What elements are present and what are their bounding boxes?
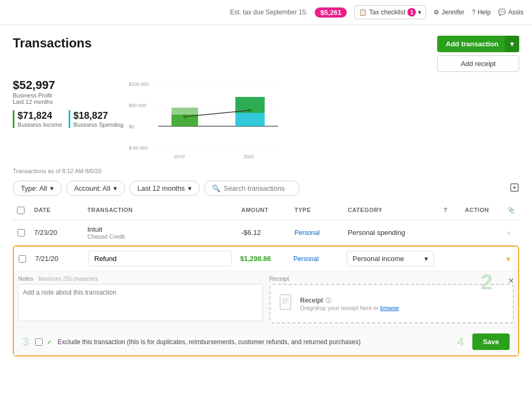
search-input[interactable] [224,184,292,192]
chat-icon: 💬 [498,9,506,16]
row1-type-label[interactable]: Personal [294,229,320,237]
row2-category[interactable]: Personal income ▾ [342,251,438,266]
table-row: 7/23/20 Intuit Chased Credit -$6.12 Pers… [13,220,519,246]
account-filter-label: Account: All [74,184,110,192]
page-header: Transactions Add transaction ▾ Add recei… [13,36,519,72]
row1-amount: -$6.12 [237,229,290,237]
action-buttons: Add transaction ▾ Add receipt [437,36,519,72]
exclude-left: 3 ✓ Exclude this transaction (this is fo… [22,335,361,349]
notes-sublabel: Maximum 255 characters [38,276,98,282]
profit-period: Last 12 months [13,99,124,105]
period-filter-label: Last 12 months [137,184,185,192]
expanded-details-grid: Notes Maximum 255 characters Receipt 2 [18,275,514,323]
income-label: Business Income [18,121,62,128]
help-header[interactable]: ? [439,207,461,215]
main-content: Transactions Add transaction ▾ Add recei… [0,25,532,368]
type-header: TYPE [290,207,343,215]
svg-text:$100 000: $100 000 [129,82,149,87]
assist-nav[interactable]: 💬 Assis [498,9,523,16]
notes-section: Notes Maximum 255 characters [18,275,263,323]
receipt-text-area: Receipt ⓘ Drag/drop your receipt here or… [300,297,399,311]
receipt-section: Receipt 2 [269,275,514,323]
transaction-header: TRANSACTION [83,207,237,215]
receipt-drop-area[interactable]: Receipt ⓘ Drag/drop your receipt here or… [269,284,514,323]
row1-type[interactable]: Personal [290,229,343,237]
dropdown-caret-icon[interactable]: ▾ [505,36,519,52]
notes-label-text: Notes [18,275,34,282]
page-title: Transactions [13,36,92,51]
row2-checkbox-cell[interactable] [14,255,31,263]
row1-checkbox-cell[interactable] [13,229,30,237]
add-transaction-button[interactable]: Add transaction ▾ [437,36,519,52]
account-filter-chevron-icon: ▾ [113,184,117,192]
gear-icon: ⚙ [433,9,439,16]
row2-arrow[interactable]: ▾ [502,255,518,263]
profit-amount: $52,997 [13,78,124,92]
category-header: CATEGORY [343,207,439,215]
svg-text:2019: 2019 [174,154,185,159]
row2-type-label[interactable]: Personal [293,255,318,263]
row2-category-dropdown[interactable]: Personal income ▾ [347,251,434,266]
profit-label: Business Profit [13,92,124,99]
income-box: $71,824 Business Income [13,110,62,128]
select-all-checkbox[interactable] [17,207,24,214]
search-box[interactable]: 🔍 [204,181,300,196]
svg-text:$-50 000: $-50 000 [129,145,148,151]
row2-checkbox[interactable] [19,255,26,263]
exclude-checkmark-icon: ✓ [47,338,52,346]
row2-date: 7/21/20 [31,255,84,263]
search-icon: 🔍 [212,184,220,192]
row2-category-chevron-icon: ▾ [424,255,428,263]
exclude-checkbox[interactable] [35,338,43,346]
profit-chart: $100 000 $50 000 $0 $-50 000 [129,78,289,164]
save-button[interactable]: Save [472,333,510,350]
top-navigation: Est. tax due September 15: $5,261 📋 Tax … [0,0,532,25]
receipt-main-label: Receipt [300,297,323,304]
row2-chevron-down-icon[interactable]: ▾ [506,255,510,263]
chart-section: $100 000 $50 000 $0 $-50 000 [124,78,519,164]
stats-chart-row: $52,997 Business Profit Last 12 months $… [13,78,519,164]
type-filter-chevron-icon: ▾ [50,184,54,192]
help-icon: ? [472,9,476,16]
tax-checklist-button[interactable]: 📋 Tax checklist 1 ▾ [354,5,426,19]
receipt-sub-text: Drag/drop your receipt here or [300,305,379,311]
table-header: DATE TRANSACTION AMOUNT TYPE CATEGORY ? … [13,202,519,220]
checklist-count-badge: 1 [407,8,416,17]
row1-arrow[interactable]: › [503,229,519,237]
tax-checklist-label: Tax checklist [369,9,405,16]
type-filter-label: Type: All [21,184,47,192]
paperclip-icon: 📎 [508,207,515,213]
date-header[interactable]: DATE [30,207,83,215]
action-header: ACTION [461,207,503,215]
receipt-file-icon [279,294,294,314]
attachment-header: 📎 [503,207,519,215]
tax-amount-badge[interactable]: $5,261 [315,7,347,18]
settings-nav[interactable]: ⚙ Jennifer [433,9,464,16]
row1-sub: Chased Credit [87,233,233,240]
svg-text:$0: $0 [129,124,134,129]
add-transaction-label: Add transaction [446,40,498,48]
transactions-table-container: DATE TRANSACTION AMOUNT TYPE CATEGORY ? … [13,202,519,356]
row1-checkbox[interactable] [18,229,25,237]
chart-container: $100 000 $50 000 $0 $-50 000 [129,78,289,164]
filters-row: Type: All ▾ Account: All ▾ Last 12 month… [13,181,519,196]
type-filter-button[interactable]: Type: All ▾ [13,181,62,196]
receipt-browse-link[interactable]: browse [380,305,399,311]
receipt-label: Receipt [269,275,514,282]
export-button[interactable] [510,183,519,194]
notes-textarea[interactable] [18,284,263,321]
help-nav[interactable]: ? Help [472,9,490,16]
row2-transaction-input[interactable] [88,251,232,266]
row1-chevron-right-icon[interactable]: › [508,229,510,237]
account-filter-button[interactable]: Account: All ▾ [66,181,125,196]
svg-rect-20 [280,295,291,310]
period-filter-button[interactable]: Last 12 months ▾ [129,181,200,196]
exclude-text: Exclude this transaction (this is for du… [58,338,361,346]
svg-text:$50 000: $50 000 [129,103,146,108]
step4-number: 4 [457,335,463,349]
add-receipt-button[interactable]: Add receipt [437,55,519,72]
spending-box: $18,827 Business Spending [69,110,124,128]
income-amount: $71,824 [18,110,62,121]
expanded-details: × Notes Maximum 255 characters Receipt [14,271,518,328]
row2-type[interactable]: Personal [289,255,342,263]
